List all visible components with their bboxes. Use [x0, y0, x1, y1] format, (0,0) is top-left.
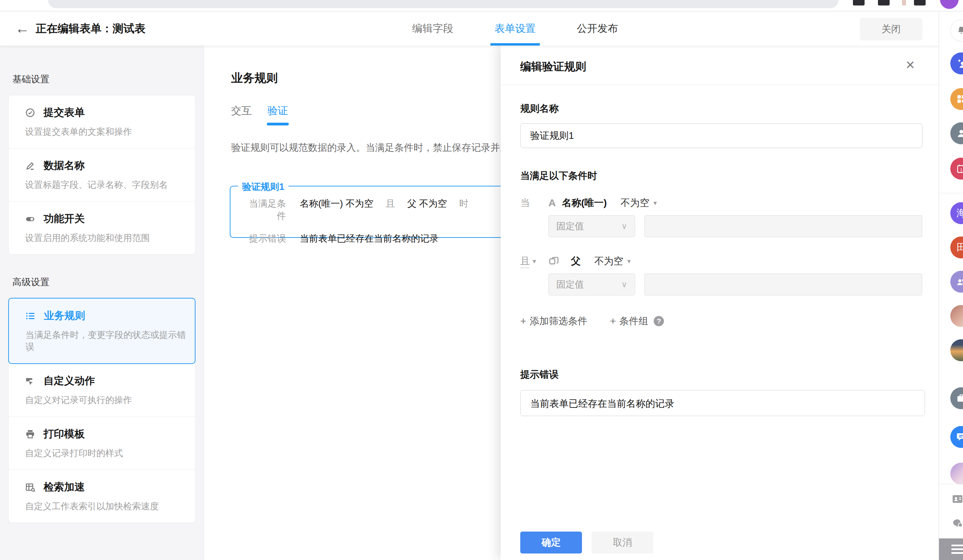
toggle-icon — [25, 214, 35, 224]
browser-extension-icon[interactable] — [902, 0, 906, 5]
add-filter-condition-button[interactable]: + 添加筛选条件 — [520, 315, 587, 328]
validation-rule-card[interactable]: 验证规则1 当满足条件 名称(唯一) 不为空 且 父 不为空 时 提示错误 当前… — [230, 186, 520, 238]
chevron-down-icon[interactable]: ▾ — [627, 257, 631, 265]
error-message-textarea[interactable]: 当前表单已经存在当前名称的记录 — [520, 390, 925, 416]
plus-icon: + — [610, 315, 616, 327]
conditions-title: 当满足以下条件时 — [520, 169, 922, 182]
operator-dropdown[interactable]: 不为空 — [594, 255, 623, 268]
add-condition-group-button[interactable]: + 条件组 — [610, 315, 648, 328]
ai-assistant-icon[interactable] — [950, 52, 963, 74]
panel-body: 规则名称 当满足以下条件时 当 A 名称(唯一) 不为空 ▾ 固定值 ∨ 且▾ — [501, 85, 939, 418]
printer-icon — [25, 429, 35, 439]
condition-part: 名称(唯一) 不为空 — [300, 197, 373, 222]
browser-toolbar: ⌕ ☆ — [0, 0, 963, 11]
notifications-bell-icon[interactable] — [950, 19, 963, 42]
sidebar-item-desc: 设置启用的系统功能和使用范围 — [25, 232, 188, 244]
sidebar-item-submit-form[interactable]: 提交表单 设置提交表单的文案和操作 — [8, 95, 195, 148]
contacts-person-icon[interactable] — [950, 122, 963, 144]
text-field-type-icon: A — [548, 197, 556, 209]
chevron-down-icon[interactable]: ▾ — [533, 257, 536, 265]
section-title-advanced: 高级设置 — [12, 276, 196, 288]
app-hai-icon[interactable]: 海 — [950, 202, 963, 224]
advanced-settings-card: 业务规则 当满足条件时，变更字段的状态或提示错误 自定义动作 自定义对记录可执行… — [8, 298, 196, 523]
chat-message-icon[interactable] — [950, 426, 963, 448]
scenery-avatar-photo[interactable] — [950, 339, 963, 361]
value-input-disabled — [644, 274, 922, 295]
rail-menu-button[interactable] — [939, 538, 963, 560]
close-icon[interactable]: × — [906, 57, 914, 72]
sidebar-item-desc: 自定义工作表索引以加快检索速度 — [25, 500, 188, 512]
rules-list-icon — [25, 311, 36, 321]
condition-conjunction: 且 — [386, 197, 395, 222]
contact-card-icon[interactable] — [951, 493, 963, 507]
user-avatar-photo[interactable] — [950, 305, 963, 327]
basic-settings-card: 提交表单 设置提交表单的文案和操作 数据名称 设置标题字段、记录名称、字段别名 … — [8, 95, 196, 255]
panel-title: 编辑验证规则 — [520, 59, 586, 74]
close-button[interactable]: 关闭 — [860, 18, 922, 40]
app-header: ← 正在编辑表单：测试表 编辑字段 表单设置 公开发布 关闭 — [0, 11, 963, 45]
sidebar-item-search-acceleration[interactable]: 检索加速 自定义工作表索引以加快检索速度 — [8, 470, 195, 523]
browser-extension-icon[interactable] — [914, 0, 926, 5]
sidebar-item-desc: 设置提交表单的文案和操作 — [25, 126, 188, 138]
workbench-briefcase-icon[interactable] — [950, 387, 963, 409]
panel-header: 编辑验证规则 × — [501, 45, 939, 85]
tab-edit-fields[interactable]: 编辑字段 — [408, 11, 457, 45]
chevron-down-icon: ∨ — [621, 280, 627, 289]
pencil-icon — [25, 161, 35, 171]
rule-card-error-row: 提示错误 当前表单已经存在当前名称的记录 — [241, 232, 520, 245]
sidebar-item-desc: 自定义记录打印时的样式 — [25, 447, 188, 459]
sidebar-item-print-template[interactable]: 打印模板 自定义记录打印时的样式 — [8, 417, 195, 470]
screen: ⌕ ☆ ← 正在编辑表单：测试表 编辑字段 表单设置 公开发布 关闭 基础设置 … — [0, 0, 963, 560]
search-icon[interactable]: ⌕ — [801, 0, 805, 2]
app-tian-icon[interactable]: 田 — [950, 236, 963, 258]
cursor-click-icon — [25, 376, 35, 386]
condition-part: 父 不为空 — [407, 197, 447, 222]
group-avatar-icon[interactable] — [950, 271, 963, 293]
value-type-select-disabled: 固定值 ∨ — [548, 215, 635, 237]
browser-profile-avatar[interactable] — [940, 0, 958, 9]
sidebar-item-business-rules[interactable]: 业务规则 当满足条件时，变更字段的状态或提示错误 — [8, 298, 196, 364]
sidebar-item-feature-switch[interactable]: 功能开关 设置启用的系统功能和使用范围 — [8, 202, 195, 254]
tab-validation[interactable]: 验证 — [268, 104, 288, 125]
chevron-down-icon[interactable]: ▾ — [653, 199, 657, 207]
browser-extension-icon[interactable] — [878, 0, 890, 5]
sidebar-item-data-name[interactable]: 数据名称 设置标题字段、记录名称、字段别名 — [8, 148, 195, 202]
cancel-button[interactable]: 取消 — [592, 532, 653, 554]
sidebar-item-desc: 设置标题字段、记录名称、字段别名 — [25, 179, 188, 191]
conjunction-dropdown[interactable]: 且 — [520, 255, 530, 268]
panel-footer: 确定 取消 — [520, 532, 653, 554]
help-icon[interactable]: ? — [654, 316, 664, 326]
sidebar-item-label: 功能开关 — [44, 212, 85, 226]
settings-sidebar: 基础设置 提交表单 设置提交表单的文案和操作 数据名称 设置标题字段、记录名称、… — [0, 45, 204, 560]
browser-extension-icon[interactable] — [853, 0, 864, 5]
sidebar-item-custom-actions[interactable]: 自定义动作 自定义对记录可执行的操作 — [8, 364, 195, 417]
calendar-icon[interactable]: 1 — [950, 158, 963, 180]
value-type-select-disabled: 固定值 ∨ — [548, 274, 635, 295]
sidebar-item-desc: 当满足条件时，变更字段的状态或提示错误 — [25, 329, 188, 353]
condition-field: 父 — [571, 255, 580, 268]
rule-name-input[interactable] — [520, 123, 922, 148]
sidebar-item-desc: 自定义对记录可执行的操作 — [25, 394, 188, 406]
bookmark-star-icon[interactable]: ☆ — [820, 0, 827, 2]
relation-field-type-icon — [548, 256, 559, 267]
value-input-disabled — [644, 215, 922, 237]
feedback-bubbles-icon[interactable] — [951, 518, 963, 531]
operator-dropdown[interactable]: 不为空 — [620, 196, 649, 209]
section-title-basic: 基础设置 — [12, 73, 196, 85]
tab-form-settings[interactable]: 表单设置 — [490, 11, 540, 45]
condition-label: 当满足条件 — [241, 197, 286, 222]
active-tab-underline — [267, 123, 289, 125]
condition-row-1: 当 A 名称(唯一) 不为空 ▾ — [520, 197, 922, 209]
check-circle-icon — [25, 108, 35, 118]
right-app-rail: 1 海 田 — [939, 11, 963, 560]
tab-interaction[interactable]: 交互 — [231, 104, 252, 125]
anime-avatar-photo[interactable] — [950, 463, 963, 485]
browser-url-bar[interactable]: ⌕ ☆ — [48, 0, 838, 8]
sidebar-item-label: 检索加速 — [44, 480, 85, 494]
rule-card-name: 验证规则1 — [238, 181, 289, 193]
back-arrow-icon[interactable]: ← — [14, 20, 31, 37]
confirm-button[interactable]: 确定 — [520, 532, 582, 554]
apps-grid-icon[interactable] — [950, 88, 963, 110]
page-title: 正在编辑表单：测试表 — [36, 21, 146, 36]
tab-public-publish[interactable]: 公开发布 — [573, 11, 622, 45]
